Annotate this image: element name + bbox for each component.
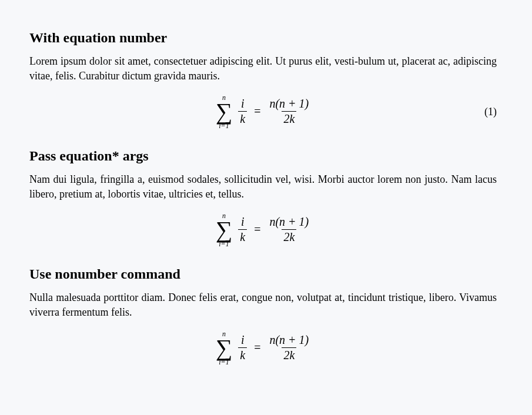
sum-lower: i=1 [219,122,229,129]
equation-content: n ∑ i=1 i k = n(n + 1) 2k [216,212,311,247]
rhs-fraction: n(n + 1) 2k [267,333,310,362]
equals-sign: = [253,340,262,356]
equals-sign: = [253,103,262,119]
section-paragraph-1: Lorem ipsum dolor sit amet, consectetuer… [29,54,497,83]
section-paragraph-3: Nulla malesuada porttitor diam. Donec fe… [29,290,497,319]
lhs-fraction: i k [238,97,247,126]
equation-content: n ∑ i=1 i k = n(n + 1) 2k [216,94,311,129]
sum-symbol: n ∑ i=1 [216,94,233,129]
lhs-fraction: i k [238,215,247,244]
lhs-denominator: k [238,111,247,126]
lhs-denominator: k [238,229,247,244]
equation-1: n ∑ i=1 i k = n(n + 1) 2k (1) [29,91,497,132]
sum-lower: i=1 [219,359,229,366]
rhs-numerator: n(n + 1) [267,215,310,229]
rhs-fraction: n(n + 1) 2k [267,97,310,126]
equals-sign: = [253,222,262,237]
rhs-numerator: n(n + 1) [267,333,310,347]
sigma-icon: ∑ [216,101,233,122]
section-paragraph-2: Nam dui ligula, fringilla a, euismod sod… [29,172,497,201]
equation-3: n ∑ i=1 i k = n(n + 1) 2k [29,327,497,369]
sum-symbol: n ∑ i=1 [216,212,233,247]
rhs-denominator: 2k [282,347,296,362]
sum-symbol: n ∑ i=1 [216,330,233,366]
sigma-icon: ∑ [216,337,233,359]
sigma-icon: ∑ [216,219,233,240]
section-heading-3: Use nonumber command [29,265,497,283]
equation-number: (1) [484,105,497,119]
sum-lower: i=1 [219,240,229,247]
lhs-numerator: i [239,97,246,111]
rhs-numerator: n(n + 1) [267,97,310,111]
rhs-denominator: 2k [282,229,296,244]
section-heading-2: Pass equation* args [29,146,497,165]
lhs-denominator: k [238,347,247,362]
lhs-numerator: i [239,215,246,229]
equation-2: n ∑ i=1 i k = n(n + 1) 2k [29,209,497,250]
lhs-fraction: i k [238,333,247,362]
equation-content: n ∑ i=1 i k = n(n + 1) 2k [216,330,311,366]
section-heading-1: With equation number [29,28,497,47]
rhs-denominator: 2k [282,111,296,126]
rhs-fraction: n(n + 1) 2k [267,215,310,244]
lhs-numerator: i [239,333,246,347]
